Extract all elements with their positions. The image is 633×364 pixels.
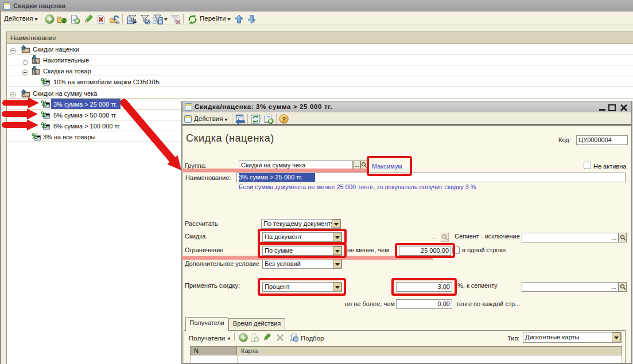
svg-text:?: ? xyxy=(282,116,286,123)
